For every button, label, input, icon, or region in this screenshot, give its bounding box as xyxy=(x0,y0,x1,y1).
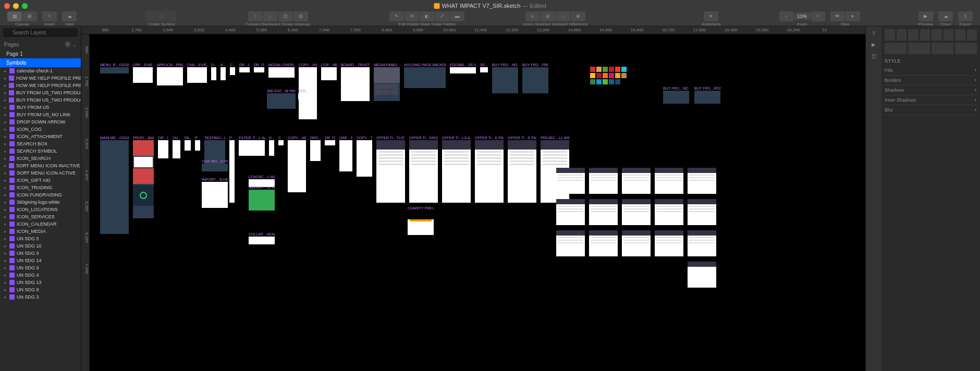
view-button[interactable]: 👁 xyxy=(830,11,845,21)
rotate-button[interactable]: ⟲ xyxy=(405,11,419,21)
layer-item[interactable]: ▸UN SDG 9 xyxy=(0,264,81,271)
distribute-h[interactable] xyxy=(955,29,965,41)
y-input[interactable] xyxy=(908,43,930,54)
artboard[interactable]: BOARD…TRUSTEES xyxy=(341,63,370,101)
artboard[interactable] xyxy=(655,167,683,194)
layer-item[interactable]: ▸ICON_COG xyxy=(0,126,81,133)
artboard[interactable]: DR…OWN xyxy=(239,63,250,72)
layers-list[interactable]: ▸calendar-check-1▸HOW WE HELP PROFILE PR… xyxy=(0,67,81,371)
artboard[interactable]: TER…ANEL xyxy=(298,89,309,100)
preview-button[interactable]: ▶ xyxy=(918,11,933,21)
layer-item[interactable]: ▸SORT MENU ICON INACTIVE xyxy=(0,162,81,169)
artboard[interactable]: PROFI…IMAGE xyxy=(133,136,154,218)
layer-item[interactable]: ▸ICON_MEDIA xyxy=(0,228,81,235)
canvas[interactable]: MENU_R…OGGED INOPP…EVIEWAPPLICA…PREVIEWC… xyxy=(90,34,865,371)
zoom-out-button[interactable]: − xyxy=(779,11,794,21)
add-page-button[interactable]: + xyxy=(65,41,71,47)
artboard[interactable]: A…Y xyxy=(220,63,226,80)
layer-item[interactable]: ▸ICON_SEARCH xyxy=(0,155,81,162)
artboard[interactable]: APPLICA…PREVIEW xyxy=(157,63,183,85)
artboard[interactable] xyxy=(622,167,651,194)
minimize-window[interactable] xyxy=(13,3,19,9)
artboard[interactable]: OR…UMN xyxy=(158,136,168,158)
layer-item[interactable]: ▸UN SDG 8 xyxy=(0,286,81,293)
cloud-button[interactable]: ☁ xyxy=(938,11,953,21)
artboard[interactable]: FILTER_F…L WIDTH xyxy=(239,136,265,156)
union-button[interactable]: ∪ xyxy=(525,11,540,21)
backward-button[interactable]: ↓ xyxy=(263,11,278,21)
intersect-button[interactable]: ∩ xyxy=(556,11,570,21)
artboard[interactable]: COPY…TERS xyxy=(357,136,372,177)
artboard[interactable]: MENU_R…OGGED IN xyxy=(100,63,129,73)
page-item[interactable]: Page 1 xyxy=(0,50,81,58)
layer-item[interactable]: ▸BUY FROM US_TWO PRODUCT_NO LI… xyxy=(0,96,81,104)
align-top[interactable] xyxy=(920,29,930,41)
align-center-v[interactable] xyxy=(932,29,942,41)
artboard[interactable]: OFFER TI…TLISTED xyxy=(376,136,405,203)
artboard[interactable] xyxy=(688,167,716,194)
forward-button[interactable]: ↑ xyxy=(248,11,263,21)
layer-item[interactable]: ▸calendar-check-1 xyxy=(0,67,81,75)
scale-button[interactable]: ⤢ xyxy=(435,11,449,21)
canvas-toggle-alt[interactable]: ⊞ xyxy=(22,11,37,21)
flatten-button[interactable]: ▬ xyxy=(450,11,464,21)
artboard[interactable]: OU…N xyxy=(173,136,180,158)
share-icon[interactable]: ⇪ xyxy=(870,29,877,36)
pages-dropdown[interactable]: ⌄ xyxy=(72,42,77,47)
view-dropdown[interactable]: ▾ xyxy=(846,11,860,21)
zoom-in-button[interactable]: + xyxy=(811,11,825,21)
artboard[interactable]: COP…MED xyxy=(321,63,337,80)
layer-item[interactable]: ▸DROP DOWN ARROW xyxy=(0,118,81,126)
mask-button[interactable]: ◐ xyxy=(420,11,434,21)
layer-item[interactable]: ▸BUY FROM US_TWO PRODUCT xyxy=(0,89,81,96)
artboard[interactable]: OUR WO…D PANEL xyxy=(202,159,228,171)
artboard[interactable]: BUY FRO…NO LINK xyxy=(492,63,518,93)
artboard[interactable] xyxy=(655,230,683,256)
search-input[interactable] xyxy=(3,28,78,37)
artboard[interactable]: SE…OX xyxy=(480,63,488,72)
artboard[interactable] xyxy=(688,199,716,225)
layer-item[interactable]: ▸BUY FROM US xyxy=(0,104,81,111)
layer-item[interactable]: ▸SEARCH SYMBOL xyxy=(0,147,81,155)
maximize-window[interactable] xyxy=(22,3,28,9)
zoom-level[interactable]: 11% xyxy=(794,13,810,20)
artboard[interactable]: OFFER TI…E PAIRED xyxy=(508,136,536,203)
artboard[interactable]: P…5 xyxy=(195,136,200,151)
artboard[interactable]: C…LE xyxy=(278,136,284,145)
layer-item[interactable]: ▸UN SDG 14 xyxy=(0,257,81,264)
artboard[interactable] xyxy=(589,167,618,194)
export-button[interactable]: ⇪ xyxy=(958,11,973,21)
artboard[interactable] xyxy=(589,199,618,225)
blur-section[interactable]: Blur+ xyxy=(885,105,977,115)
artboard[interactable]: DR_ITEM xyxy=(325,136,335,145)
subtract-button[interactable]: ⊖ xyxy=(541,11,555,21)
artboard[interactable]: COPY…ABLE xyxy=(288,136,306,192)
artboard[interactable]: EDITABL…EE ROW xyxy=(450,63,476,73)
layers-icon[interactable]: ◫ xyxy=(870,52,877,59)
artboard[interactable]: PA…T xyxy=(185,136,191,151)
data-button[interactable]: ☁ xyxy=(62,11,77,21)
artboard[interactable] xyxy=(589,230,618,256)
layer-item[interactable]: ▸SORT MENU ICON ACTIVE xyxy=(0,169,81,177)
artboard[interactable]: D…AL xyxy=(269,136,274,156)
artboard[interactable]: BUY FRO…RODUCT xyxy=(694,86,720,104)
layer-item[interactable]: ▸ICON_SERVICES xyxy=(0,213,81,220)
fills-section[interactable]: Fills+ xyxy=(885,66,977,76)
difference-button[interactable]: ⊕ xyxy=(571,11,585,21)
artboard[interactable] xyxy=(622,230,651,256)
layer-item[interactable]: ▸UN SDG 4 xyxy=(0,271,81,279)
play-icon[interactable]: ▶ xyxy=(870,41,877,48)
layer-item[interactable]: ▸SEARCH BOX xyxy=(0,140,81,147)
align-right[interactable] xyxy=(908,29,918,41)
artboard[interactable]: D…RY xyxy=(211,63,216,80)
page-item[interactable]: Symbols xyxy=(0,58,81,67)
h-input[interactable] xyxy=(955,43,977,54)
artboard[interactable] xyxy=(556,167,585,194)
inner-shadows-section[interactable]: Inner Shadows+ xyxy=(885,95,977,105)
artboard[interactable]: 360 GIVI…W PANEL xyxy=(267,89,296,109)
layer-item[interactable]: ▸ICON_ATTACHMENT xyxy=(0,133,81,140)
layer-item[interactable]: ▸ICON_CALENDAR xyxy=(0,220,81,228)
layer-item[interactable]: ▸ICON_LOCATIONS xyxy=(0,206,81,213)
w-input[interactable] xyxy=(932,43,953,54)
canvas-toggle[interactable]: ▦ xyxy=(7,11,22,21)
